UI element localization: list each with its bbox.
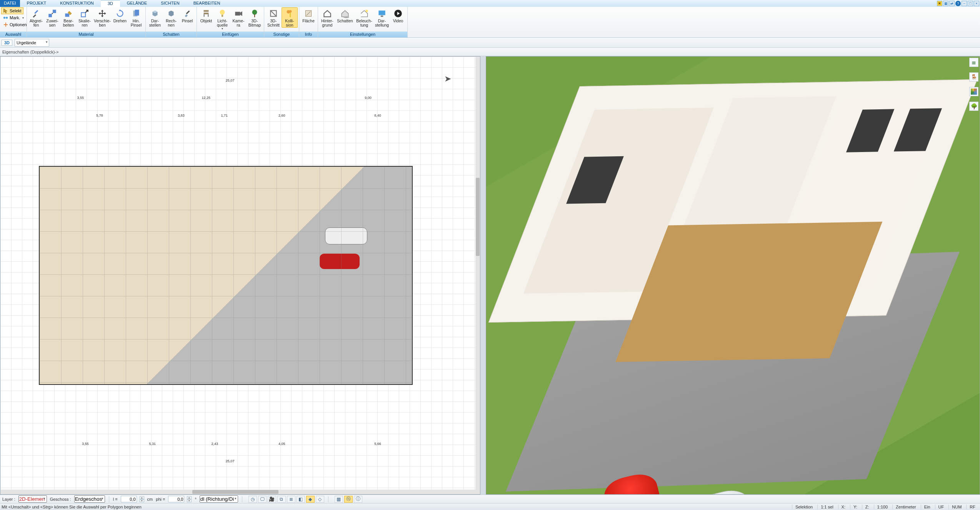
dim-bot3-0: 3,55 <box>82 442 89 446</box>
skalieren-button[interactable]: Skalie- ren <box>77 7 93 28</box>
maximize-button[interactable]: □ <box>968 1 973 6</box>
abgreifen-button[interactable]: Abgrei- fen <box>28 7 44 28</box>
wire-toggle[interactable]: ◇ <box>316 496 324 503</box>
optionen-label: Optionen <box>10 22 27 27</box>
side-furniture-button[interactable]: 🪑 <box>969 72 978 82</box>
l-spinner[interactable]: ▴▾ <box>140 496 144 502</box>
svg-rect-4 <box>53 10 56 13</box>
status-z: Z: <box>862 505 872 509</box>
copy-toggle[interactable]: ⧉ <box>277 496 286 503</box>
darstellung-label: Dar- stellung <box>375 19 389 27</box>
terrain-combo[interactable] <box>15 39 49 47</box>
layer-combo[interactable] <box>18 495 47 503</box>
svg-rect-5 <box>65 13 69 17</box>
status-rf: RF <box>966 505 978 509</box>
pane-splitter[interactable] <box>480 56 486 495</box>
scrollbar-thumb[interactable] <box>476 178 480 256</box>
zuweisen-button[interactable]: Zuwei- sen <box>44 7 60 28</box>
side-palette-button[interactable] <box>969 87 978 96</box>
scrollbar-horizontal-2d[interactable] <box>0 490 480 494</box>
monitor-icon: 🖵 <box>260 497 265 502</box>
bearbeiten-button[interactable]: Bear- beiten <box>60 7 77 28</box>
info-toggle[interactable]: ⓘ <box>354 496 362 503</box>
rechnen-button[interactable]: Rech- nen <box>163 7 179 28</box>
layers-icon: ≣ <box>972 59 976 65</box>
objekt-button[interactable]: Objekt <box>198 7 214 23</box>
option-bar: Layer : Geschoss : l = ▴▾ cm phi = ▴▾ ° … <box>0 495 980 503</box>
flaeche-button[interactable]: Fläche <box>300 7 317 23</box>
scrollbar-thumb[interactable] <box>192 490 278 494</box>
phi-spinner[interactable]: ▴▾ <box>187 496 192 502</box>
svg-rect-3 <box>48 14 52 17</box>
help-icon[interactable]: ? <box>955 1 961 6</box>
hintergrund-button[interactable]: Hinter- grund <box>319 7 335 28</box>
layers-window-icon[interactable]: ▦ <box>943 1 948 6</box>
ribbon-panel-auswahl: Selekt Mark. ▾ Optionen Auswahl <box>0 7 27 37</box>
monitor-icon <box>377 8 387 18</box>
menu-tab-bearbeiten[interactable]: BEARBEITEN <box>187 0 227 7</box>
beleuchtung-button[interactable]: Beleuch- tung <box>355 7 374 28</box>
kamera-button[interactable]: Kame- ra <box>230 7 247 28</box>
viewport-3d[interactable] <box>486 56 980 495</box>
car-white-icon <box>325 227 367 244</box>
layers-icon: ≣ <box>289 497 293 502</box>
clock-toggle[interactable]: ◷ <box>248 496 257 503</box>
rechnen-label: Rech- nen <box>166 19 177 27</box>
darstellung-button[interactable]: Dar- stellung <box>374 7 390 28</box>
darstellen-button[interactable]: Dar- stellen <box>147 7 163 28</box>
side-layers-button[interactable]: ≣ <box>969 58 978 67</box>
menu-tab-3d[interactable]: 3D <box>101 0 120 7</box>
side-tree-button[interactable]: 🌳 <box>969 102 978 111</box>
menu-tab-projekt[interactable]: PROJEKT <box>20 0 53 7</box>
geschoss-combo-wrap <box>74 495 105 503</box>
verschieben-button[interactable]: Verschie- ben <box>93 7 112 28</box>
mark-button[interactable]: Mark. ▾ <box>1 14 26 21</box>
panel-caption-sonstige: Sonstige <box>264 32 299 37</box>
plus-icon <box>3 22 8 27</box>
svg-rect-9 <box>186 10 190 14</box>
mark-icon <box>3 15 8 20</box>
swap-window-icon[interactable]: ⇄ <box>949 1 955 6</box>
panel-caption-schatten: Schatten <box>146 32 197 37</box>
status-hint: Mit <Umschalt> und <Strg> können Sie die… <box>0 505 568 509</box>
camera-toggle[interactable]: 🎥 <box>268 496 276 503</box>
drehen-button[interactable]: Drehen <box>112 7 128 23</box>
menu-tab-datei[interactable]: DATEI <box>0 0 20 7</box>
bitmap3d-button[interactable]: 3D- Bitmap <box>247 7 263 28</box>
monitor-toggle[interactable]: 🖵 <box>258 496 267 503</box>
viewport-2d[interactable]: ➤ 25,07 3,55 12,25 9,00 5,78 3,83 1,71 2… <box>0 56 480 495</box>
menu-tab-konstruktion[interactable]: KONSTRUKTION <box>53 0 100 7</box>
video-button[interactable]: Video <box>390 7 406 23</box>
lichtquelle-button[interactable]: Licht- quelle ▾ <box>214 7 230 31</box>
minimize-button[interactable]: – <box>962 1 967 6</box>
hinpinsel-button[interactable]: Hin. Pinsel <box>128 7 144 28</box>
optionen-button[interactable]: Optionen <box>1 21 29 28</box>
phi-input[interactable] <box>168 496 184 502</box>
selekt-button[interactable]: Selekt <box>1 7 23 14</box>
scrollbar-vertical-2d[interactable] <box>475 57 480 490</box>
grid-snap-toggle[interactable]: ▦ <box>335 496 343 503</box>
pinsel-button[interactable]: Pinsel <box>179 7 195 23</box>
geschoss-combo[interactable] <box>74 495 105 503</box>
car-red-icon <box>320 254 360 269</box>
window-buttons: ✖ ▦ ⇄ ? – □ × <box>937 0 980 7</box>
dl-combo[interactable] <box>200 495 238 503</box>
stack-toggle[interactable]: ◧ <box>297 496 305 503</box>
plane-toggle[interactable]: ◆ <box>306 496 315 503</box>
tool-icon[interactable]: ✖ <box>937 1 942 6</box>
kollision-button[interactable]: Kolli- sion <box>282 7 298 28</box>
layers-toggle[interactable]: ≣ <box>287 496 295 503</box>
schatten-settings-button[interactable]: Schatten <box>335 7 355 23</box>
schnitt3d-button[interactable]: 3D- Schnitt <box>265 7 282 28</box>
dim-top2-1: 3,83 <box>178 114 185 117</box>
mode-3d-badge[interactable]: 3D <box>2 40 12 46</box>
close-button[interactable]: × <box>974 1 979 6</box>
l-input[interactable] <box>121 496 137 502</box>
schnitt3d-label: 3D- Schnitt <box>267 19 280 27</box>
north-snap-toggle[interactable]: Ⓝ <box>344 496 353 503</box>
menu-tab-gelaende[interactable]: GELÄNDE <box>120 0 154 7</box>
menu-tab-sichten[interactable]: SICHTEN <box>154 0 186 7</box>
svg-rect-13 <box>208 14 208 17</box>
info-icon: ⓘ <box>356 496 360 502</box>
tree-icon <box>250 8 260 18</box>
